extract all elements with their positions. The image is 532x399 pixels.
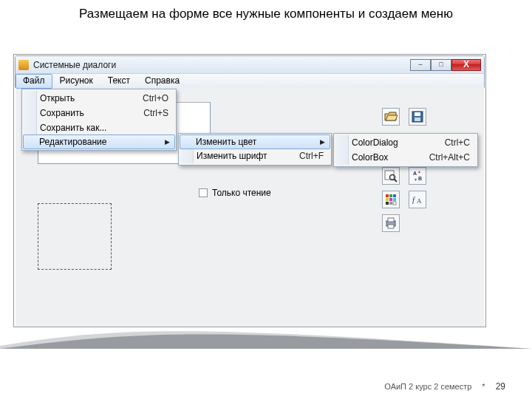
app-icon xyxy=(18,60,29,70)
svg-rect-21 xyxy=(388,225,394,228)
color-dialog-icon xyxy=(384,193,398,206)
editing-submenu: Изменить цвет ▶ Изменить шрифт Ctrl+F xyxy=(178,133,332,166)
print-dialog-component[interactable] xyxy=(382,214,400,232)
find-dialog-component[interactable] xyxy=(382,167,400,185)
menu-item-color-box[interactable]: ColorBox Ctrl+Alt+C xyxy=(335,150,476,165)
slide-title: Размещаем на форме все нужные компоненты… xyxy=(0,0,532,25)
svg-rect-13 xyxy=(393,198,396,201)
menu-shortcut: Ctrl+C xyxy=(424,137,470,148)
menu-item-change-color[interactable]: Изменить цвет ▶ xyxy=(180,134,330,149)
color-submenu: ColorDialog Ctrl+C ColorBox Ctrl+Alt+C xyxy=(333,133,478,167)
svg-text:B: B xyxy=(418,176,422,181)
page-number: 29 xyxy=(496,381,505,392)
svg-rect-1 xyxy=(415,112,420,116)
open-dialog-component[interactable] xyxy=(382,108,400,126)
svg-rect-15 xyxy=(389,202,392,205)
submenu-arrow-icon: ▶ xyxy=(165,138,170,146)
footer-mark: * xyxy=(482,382,485,391)
menu-label: Редактирование xyxy=(39,137,106,147)
menu-shortcut: Ctrl+O xyxy=(122,93,168,103)
menu-label: ColorBox xyxy=(352,152,388,163)
menu-label: Изменить цвет xyxy=(196,137,256,147)
close-button[interactable]: X xyxy=(451,59,481,71)
menu-item-editing[interactable]: Редактирование ▶ xyxy=(23,134,175,149)
svg-rect-10 xyxy=(393,194,396,197)
svg-rect-20 xyxy=(388,218,394,222)
window-title: Системные диалоги xyxy=(33,60,410,70)
svg-line-5 xyxy=(395,180,398,183)
menu-label: Изменить шрифт xyxy=(197,151,267,161)
menu-item-save[interactable]: Сохранить Ctrl+S xyxy=(24,106,174,120)
svg-rect-11 xyxy=(386,198,389,201)
save-dialog-icon xyxy=(411,110,424,123)
menu-shortcut: Ctrl+F xyxy=(279,151,324,161)
readonly-label: Только чтение xyxy=(212,188,271,198)
svg-rect-8 xyxy=(386,194,389,197)
save-dialog-component[interactable] xyxy=(409,108,426,126)
open-dialog-icon xyxy=(384,110,398,123)
font-dialog-icon: fA xyxy=(411,193,424,206)
selection-rect xyxy=(38,203,112,270)
svg-rect-14 xyxy=(386,202,389,205)
maximize-button[interactable]: □ xyxy=(431,59,451,71)
find-dialog-icon xyxy=(384,169,398,183)
titlebar: Системные диалоги – □ X xyxy=(16,56,484,74)
menu-help[interactable]: Справка xyxy=(137,74,187,89)
replace-dialog-icon: AB xyxy=(411,169,424,183)
color-dialog-component[interactable] xyxy=(382,191,400,208)
menu-label: ColorDialog xyxy=(352,137,398,148)
footer-text: ОАиП 2 курс 2 семестр xyxy=(384,382,471,391)
slide-footer: ОАиП 2 курс 2 семестр * 29 xyxy=(0,381,532,392)
svg-rect-2 xyxy=(415,117,420,121)
menu-label: Сохранить xyxy=(40,108,84,118)
menubar: Файл Рисунок Текст Справка xyxy=(16,74,484,89)
svg-text:f: f xyxy=(412,195,416,204)
minimize-button[interactable]: – xyxy=(410,59,431,71)
svg-text:A: A xyxy=(413,171,417,176)
replace-dialog-component[interactable]: AB xyxy=(409,167,426,185)
menu-shortcut: Ctrl+Alt+C xyxy=(409,152,470,163)
checkbox-box-icon xyxy=(199,188,208,197)
menu-shortcut: Ctrl+S xyxy=(123,108,168,118)
menu-file[interactable]: Файл xyxy=(16,74,52,89)
menu-item-open[interactable]: Открыть Ctrl+O xyxy=(24,91,174,106)
file-menu: Открыть Ctrl+O Сохранить Ctrl+S Сохранит… xyxy=(21,89,177,151)
menu-item-color-dialog[interactable]: ColorDialog Ctrl+C xyxy=(335,135,476,150)
svg-text:A: A xyxy=(417,197,422,205)
svg-rect-16 xyxy=(393,202,396,205)
print-dialog-icon xyxy=(384,216,398,230)
svg-rect-9 xyxy=(389,194,392,197)
menu-label: Сохранить как... xyxy=(40,123,106,133)
menu-item-change-font[interactable]: Изменить шрифт Ctrl+F xyxy=(180,149,330,163)
menu-item-save-as[interactable]: Сохранить как... xyxy=(24,120,174,135)
designer-frame: Системные диалоги – □ X Файл Рисунок Тек… xyxy=(13,54,486,327)
menu-picture[interactable]: Рисунок xyxy=(52,74,100,89)
submenu-arrow-icon: ▶ xyxy=(320,138,325,146)
app-window: Системные диалоги – □ X Файл Рисунок Тек… xyxy=(15,55,485,88)
readonly-checkbox[interactable]: Только чтение xyxy=(199,188,271,198)
font-dialog-component[interactable]: fA xyxy=(409,191,426,208)
menu-label: Открыть xyxy=(40,93,75,103)
svg-rect-12 xyxy=(389,198,392,201)
menu-text[interactable]: Текст xyxy=(100,74,137,89)
